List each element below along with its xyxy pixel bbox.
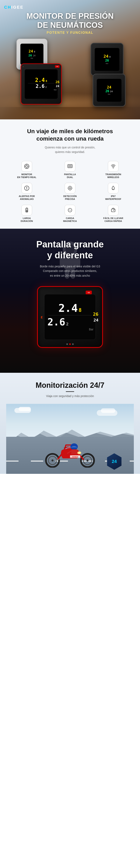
feature-waterproof: IP67WATERPROOF <box>93 183 134 201</box>
svg-rect-11 <box>26 208 27 208</box>
svg-point-8 <box>68 186 72 190</box>
side-num-2: 24 <box>93 318 99 322</box>
screen-section: Pantalla grande y diferente Borde más pe… <box>0 229 140 373</box>
monitor-divider <box>66 391 74 392</box>
brand-name: CHIGEE <box>4 5 24 10</box>
svg-rect-19 <box>60 257 65 268</box>
big-device-screen: 2.4 8 2.6 2 Bar <box>44 294 96 340</box>
features-section: Un viaje de miles de kilómetroscomienza … <box>0 119 140 229</box>
svg-point-17 <box>65 244 75 254</box>
brand-logo: CHIGEE <box>4 5 136 10</box>
big-num-2b: 2 <box>66 321 68 327</box>
big-device-wrap: G3 ε 2.4 8 2.6 2 Bar 26 24 <box>6 286 134 348</box>
big-num-2: 2.6 <box>47 317 65 327</box>
feature-facil: FÁCIL DE LLEVARCARGA RÁPIDA <box>93 205 134 223</box>
feature-pantalla-label: PANTALLADUAL <box>64 173 76 179</box>
motorcycle: HONDA <box>43 439 97 468</box>
features-grid: MONITOREN TIEMPO REAL PANTALLADUAL <box>6 161 134 223</box>
pantalla-icon <box>65 161 75 172</box>
facil-icon <box>108 205 119 216</box>
monitor-icon <box>21 161 32 172</box>
svg-rect-22 <box>71 270 75 279</box>
feature-monitor: MONITOREN TIEMPO REAL <box>6 161 47 179</box>
svg-text:HONDA: HONDA <box>72 456 78 458</box>
shield-text: 24 <box>112 459 117 464</box>
cloud-1b <box>19 407 31 411</box>
hero-devices: 24 8 26 24 Bar 24 8 <box>4 39 136 109</box>
alertas-icon <box>21 183 32 193</box>
carga-icon <box>65 205 75 216</box>
device-4: 24 26 24 Bar <box>93 74 125 106</box>
svg-rect-3 <box>68 165 70 167</box>
feature-pantalla: PANTALLADUAL <box>49 161 91 179</box>
spaceman-decoration <box>54 239 86 280</box>
feature-carga-label: CARGAMAGNÉTICA <box>63 217 77 223</box>
features-desc: Quieres más que un control de presión,qu… <box>6 145 134 154</box>
svg-rect-20 <box>75 257 80 268</box>
feature-alertas-label: ALERTAS PORANOMALIAS <box>19 195 35 201</box>
svg-point-7 <box>27 189 27 190</box>
svg-point-14 <box>68 208 72 212</box>
svg-rect-18 <box>64 256 76 270</box>
svg-point-9 <box>69 187 71 189</box>
feature-wireless: TRANSMISIÓNWIRELESS <box>93 161 134 179</box>
svg-rect-15 <box>111 209 115 212</box>
device-badge: G3 <box>86 291 92 294</box>
side-num-1: 26 <box>93 312 99 317</box>
big-device: G3 ε 2.4 8 2.6 2 Bar 26 24 <box>37 286 103 348</box>
monitor-image: HONDA 24 <box>6 404 134 474</box>
feature-alertas: ALERTAS PORANOMALIAS <box>6 183 47 201</box>
monitor-title: Monitorización 24/7 <box>6 381 134 390</box>
device-2: 24 8 26 Bar <box>91 43 123 76</box>
duracion-icon <box>21 205 32 216</box>
svg-rect-12 <box>26 209 28 211</box>
motorcycle-svg: HONDA <box>43 439 97 468</box>
feature-monitor-label: MONITOREN TIEMPO REAL <box>17 173 36 179</box>
cloud-2b <box>101 408 115 413</box>
svg-point-5 <box>113 167 114 168</box>
svg-point-33 <box>78 452 81 454</box>
svg-point-27 <box>52 459 54 462</box>
svg-rect-13 <box>26 211 28 212</box>
device-3: ε G3 2.4 8 2.6 2 Bar 26 24 <box>21 63 62 104</box>
feature-deteccion-label: DETECCIÓNPRECISA <box>63 195 77 201</box>
svg-rect-21 <box>65 270 69 279</box>
monitor-section: Monitorización 24/7 Viaja con seguridad … <box>0 373 140 474</box>
feature-duracion: LARGADURACIÓN <box>6 205 47 223</box>
waterproof-icon <box>108 183 119 193</box>
hero-title: MONITOR DE PRESIÓN DE NEUMÁTICOS <box>4 12 136 30</box>
feature-deteccion: DETECCIÓNPRECISA <box>49 183 91 201</box>
hero-subtitle: POTENTE Y FUNCIONAL <box>4 31 136 35</box>
wireless-icon <box>108 161 119 172</box>
features-main-title: Un viaje de miles de kilómetroscomienza … <box>6 128 134 143</box>
big-num-1b: 8 <box>79 307 82 313</box>
side-numbers: 26 24 <box>93 312 99 322</box>
svg-rect-4 <box>70 165 72 167</box>
feature-duracion-label: LARGADURACIÓN <box>21 217 33 223</box>
monitor-desc: Viaja con seguridad y más protección <box>6 394 134 398</box>
deteccion-icon <box>65 183 75 193</box>
feature-carga: CARGAMAGNÉTICA <box>49 205 91 223</box>
device-dots <box>66 343 74 345</box>
bar-label: Bar <box>89 328 95 331</box>
big-num-1: 2.4 <box>58 303 78 313</box>
feature-wireless-label: TRANSMISIÓNWIRELESS <box>105 173 121 179</box>
hero-section: CHIGEE MONITOR DE PRESIÓN DE NEUMÁTICOS … <box>0 0 140 119</box>
feature-waterproof-label: IP67WATERPROOF <box>105 195 121 201</box>
svg-point-30 <box>86 459 88 462</box>
feature-facil-label: FÁCIL DE LLEVARCARGA RÁPIDA <box>103 217 123 223</box>
